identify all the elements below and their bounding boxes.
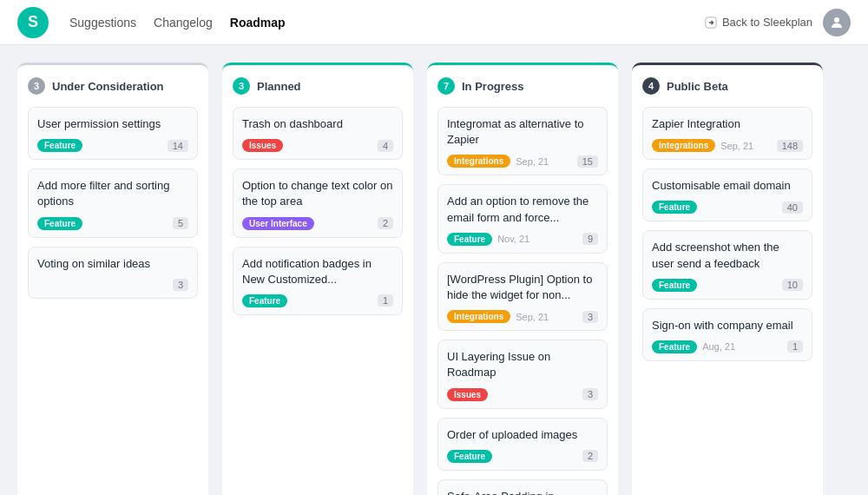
card-date: Sep, 21 [720, 141, 753, 151]
card-vote-count: 1 [787, 340, 803, 353]
card-title: UI Layering Issue on Roadmap [447, 349, 598, 380]
nav-changelog[interactable]: Changelog [154, 16, 213, 30]
card-vote-count: 10 [782, 279, 803, 291]
column-planned: 3PlannedTrash on dashboardIssues4Option … [222, 63, 413, 495]
card-title: Sign-on with company email [652, 318, 803, 333]
card[interactable]: Safe-Area Padding in fullscreen (PWA) mo… [437, 479, 608, 495]
card-footer: Feature14 [37, 139, 188, 152]
column-title: In Progress [462, 80, 524, 93]
card-meta: IntegrationsSep, 21 [447, 155, 549, 168]
column-title: Under Consideration [52, 80, 164, 93]
card-vote-count: 3 [173, 279, 188, 291]
card-meta: Feature [37, 217, 82, 230]
card[interactable]: [WordPress Plugin] Option to hide the wi… [437, 262, 608, 331]
card-meta: IntegrationsSep, 21 [447, 310, 549, 323]
card[interactable]: Order of uploaded imagesFeature2 [437, 418, 608, 471]
link-icon [705, 16, 717, 29]
column-title: Public Beta [667, 80, 728, 93]
kanban-board: 3Under ConsiderationUser permission sett… [0, 45, 868, 495]
card-vote-count: 40 [782, 201, 803, 214]
svg-point-1 [834, 17, 839, 23]
card[interactable]: Add screenshot when the user send a feed… [642, 230, 812, 299]
card-badge: Issues [447, 388, 488, 401]
card-meta: IntegrationsSep, 21 [652, 139, 753, 152]
card-badge: Feature [37, 217, 82, 230]
column-count: 7 [437, 77, 455, 95]
card-badge: Feature [652, 201, 697, 214]
card-title: Voting on similar ideas [37, 256, 188, 272]
card[interactable]: Integromat as alternative to ZapierInteg… [437, 107, 608, 175]
card-footer: IntegrationsSep, 213 [447, 310, 598, 323]
card-footer: IntegrationsSep, 2115 [447, 155, 598, 168]
card[interactable]: Zapier IntegrationIntegrationsSep, 21148 [642, 107, 812, 160]
card-meta: FeatureNov, 21 [447, 233, 529, 246]
card-badge: Integrations [652, 139, 715, 152]
column-count: 3 [28, 77, 45, 95]
column-in-progress: 7In ProgressIntegromat as alternative to… [427, 63, 618, 495]
card-date: Sep, 21 [516, 312, 549, 322]
card-meta: Feature [447, 450, 492, 463]
card[interactable]: Customisable email domainFeature40 [642, 168, 812, 221]
card-badge: Feature [242, 294, 287, 307]
card-vote-count: 14 [168, 140, 188, 152]
card-vote-count: 5 [173, 217, 188, 229]
column-header: 4Public Beta [642, 77, 812, 95]
user-avatar[interactable] [823, 9, 851, 36]
card-meta: Issues [242, 139, 283, 152]
card-badge: Feature [652, 340, 697, 353]
card-date: Sep, 21 [516, 156, 549, 167]
card-badge: Feature [652, 279, 697, 292]
card-footer: Issues4 [242, 139, 393, 152]
card-vote-count: 3 [582, 388, 598, 400]
card-title: [WordPress Plugin] Option to hide the wi… [447, 272, 598, 303]
card-title: Zapier Integration [652, 116, 803, 132]
card-footer: Issues3 [447, 388, 598, 401]
card-title: Add more filter and sorting options [37, 178, 188, 209]
card-badge: Feature [447, 450, 492, 463]
card-title: Add screenshot when the user send a feed… [652, 240, 803, 271]
card-vote-count: 1 [378, 294, 393, 307]
nav-roadmap[interactable]: Roadmap [230, 16, 286, 30]
card[interactable]: Add an option to remove the email form a… [437, 184, 608, 253]
card[interactable]: Add notification badges in New Customize… [233, 247, 403, 315]
main-nav: Suggestions Changelog Roadmap [69, 16, 684, 30]
card[interactable]: UI Layering Issue on RoadmapIssues3 [437, 340, 608, 408]
card-footer: 3 [37, 279, 188, 291]
card-date: Nov, 21 [497, 234, 529, 244]
card-vote-count: 2 [378, 217, 393, 229]
card[interactable]: Voting on similar ideas3 [28, 247, 198, 299]
card-title: Add notification badges in New Customize… [242, 256, 393, 287]
card-meta: Feature [652, 279, 697, 292]
card[interactable]: Sign-on with company emailFeatureAug, 21… [642, 308, 812, 361]
header-right: Back to Sleekplan [705, 9, 851, 36]
card-vote-count: 3 [582, 311, 598, 323]
column-header: 7In Progress [437, 77, 608, 95]
card-meta: Feature [242, 294, 287, 307]
card-title: Order of uploaded images [447, 427, 598, 443]
back-to-sleekplan[interactable]: Back to Sleekplan [705, 16, 812, 29]
card-meta: Feature [37, 139, 82, 152]
card-vote-count: 2 [582, 450, 598, 462]
card[interactable]: Add more filter and sorting optionsFeatu… [28, 168, 198, 237]
card-meta: FeatureAug, 21 [652, 340, 735, 353]
column-header: 3Under Consideration [28, 77, 198, 95]
card[interactable]: Option to change text color on the top a… [233, 168, 403, 237]
card-footer: FeatureNov, 219 [447, 233, 598, 246]
app-logo: S [17, 7, 49, 38]
card-title: Customisable email domain [652, 178, 803, 194]
nav-suggestions[interactable]: Suggestions [69, 16, 136, 30]
card-badge: Feature [37, 139, 82, 152]
card-footer: Feature10 [652, 279, 803, 292]
card-title: Add an option to remove the email form a… [447, 194, 598, 225]
card-title: Safe-Area Padding in fullscreen (PWA) mo… [447, 489, 598, 495]
column-under-consideration: 3Under ConsiderationUser permission sett… [17, 63, 208, 495]
card-badge: User Interface [242, 217, 314, 230]
card-footer: FeatureAug, 211 [652, 340, 803, 353]
card[interactable]: Trash on dashboardIssues4 [233, 107, 403, 160]
card-badge: Issues [242, 139, 283, 152]
card-footer: Feature5 [37, 217, 188, 230]
card[interactable]: User permission settingsFeature14 [28, 107, 198, 160]
column-count: 3 [233, 77, 250, 95]
column-public-beta: 4Public BetaZapier IntegrationIntegratio… [632, 63, 823, 495]
card-footer: IntegrationsSep, 21148 [652, 139, 803, 152]
